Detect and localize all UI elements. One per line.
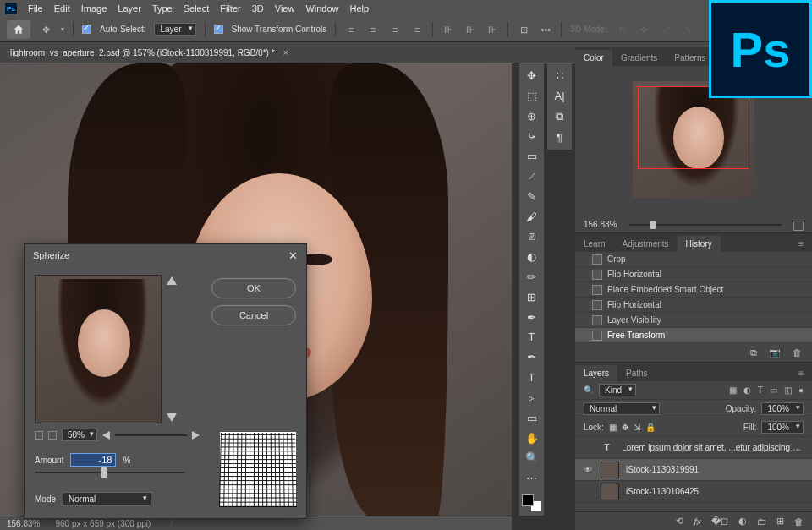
menu-3d[interactable]: 3D <box>252 3 264 14</box>
tab-adjustments[interactable]: Adjustments <box>614 236 678 252</box>
auto-select-checkbox[interactable] <box>82 25 91 34</box>
align-left-icon[interactable]: ≡ <box>344 23 358 36</box>
filter-adjustment-icon[interactable]: ◐ <box>743 385 751 395</box>
scroll-up-icon[interactable] <box>167 276 177 285</box>
home-button[interactable] <box>7 20 30 39</box>
filter-type-icon[interactable]: T <box>758 385 763 395</box>
tab-learn[interactable]: Learn <box>575 236 614 252</box>
frame-tool[interactable]: ⟋ <box>522 167 542 185</box>
dialog-titlebar[interactable]: Spherize ✕ <box>25 244 306 266</box>
lock-pixels-icon[interactable]: ▦ <box>609 423 617 432</box>
lasso-tool[interactable]: ⊕ <box>522 107 542 125</box>
navigator-zoom-in-icon[interactable] <box>793 221 804 231</box>
menu-edit[interactable]: Edit <box>54 3 70 14</box>
status-dimensions[interactable]: 960 px x 659 px (300 ppi) <box>55 519 151 528</box>
more-align-icon[interactable]: ••• <box>539 23 552 36</box>
history-item[interactable]: Crop <box>575 252 812 267</box>
fill-dropdown[interactable]: 100% <box>761 421 804 434</box>
filter-kind-icon[interactable]: 🔍 <box>584 385 594 395</box>
menu-help[interactable]: Help <box>350 3 370 14</box>
type-tool[interactable]: T <box>522 369 542 386</box>
menu-view[interactable]: View <box>275 3 295 14</box>
link-layers-icon[interactable]: ⟲ <box>676 516 683 527</box>
filter-pixel-icon[interactable]: ▦ <box>729 385 737 395</box>
clone-stamp-tool[interactable]: ◐ <box>522 248 542 265</box>
history-item[interactable]: Flip Horizontal <box>575 298 812 313</box>
tab-color[interactable]: Color <box>575 50 612 66</box>
blend-mode-dropdown[interactable]: Normal <box>584 402 660 415</box>
eraser-tool[interactable]: ⊞ <box>522 288 542 306</box>
lock-nesting-icon[interactable]: ⇲ <box>634 423 640 432</box>
paragraph-panel-icon[interactable]: ¶ <box>550 128 570 146</box>
menu-layer[interactable]: Layer <box>118 3 141 14</box>
chevron-right-icon[interactable]: 〉 <box>169 517 178 529</box>
status-zoom[interactable]: 156.83% <box>7 519 40 528</box>
navigator-zoom-value[interactable]: 156.83% <box>584 220 617 229</box>
pen-tool[interactable]: ✒ <box>522 348 542 366</box>
tab-history[interactable]: History <box>678 236 721 252</box>
filter-smart-icon[interactable]: ◫ <box>784 385 792 395</box>
new-layer-icon[interactable]: ⊞ <box>776 516 784 527</box>
gradient-tool[interactable]: ✒ <box>522 309 542 326</box>
lock-all-icon[interactable]: 🔒 <box>645 423 656 432</box>
align-right-icon[interactable]: ≡ <box>388 23 402 36</box>
distribute-center-icon[interactable]: ⊪ <box>464 23 477 36</box>
panel-menu-icon[interactable]: ≡ <box>790 365 812 381</box>
history-item[interactable]: Free Transform <box>575 328 812 343</box>
path-select-tool[interactable]: ▹ <box>522 389 542 407</box>
blur-tool[interactable]: T <box>522 329 542 347</box>
amount-input[interactable] <box>70 453 116 467</box>
trash-icon[interactable]: 🗑 <box>793 347 802 358</box>
layer-filter-dropdown[interactable]: Kind <box>599 384 636 396</box>
libraries-panel-icon[interactable]: ⧉ <box>550 108 570 126</box>
scroll-down-icon[interactable] <box>167 413 177 422</box>
tab-paths[interactable]: Paths <box>617 365 656 381</box>
snapshot-icon[interactable]: 📷 <box>769 347 781 358</box>
menu-type[interactable]: Type <box>152 3 173 14</box>
close-tab-icon[interactable]: × <box>283 47 288 57</box>
history-brush-tool[interactable]: ✏ <box>522 268 542 286</box>
ok-button[interactable]: OK <box>211 278 296 298</box>
opacity-dropdown[interactable]: 100% <box>761 402 804 415</box>
menu-select[interactable]: Select <box>184 3 210 14</box>
adjustment-layer-icon[interactable]: ◐ <box>738 516 747 527</box>
visibility-toggle[interactable]: 👁 <box>582 465 594 474</box>
move-tool[interactable]: ✥ <box>522 67 542 85</box>
filter-shape-icon[interactable]: ▭ <box>770 385 777 395</box>
history-item[interactable]: Layer Visibility <box>575 313 812 328</box>
amount-slider[interactable] <box>35 472 185 473</box>
tab-layers[interactable]: Layers <box>575 365 617 381</box>
dialog-preview[interactable] <box>35 275 162 423</box>
zoom-out-icon[interactable] <box>35 431 43 440</box>
navigator-zoom-slider[interactable] <box>629 224 782 226</box>
scroll-right-icon[interactable] <box>192 431 200 440</box>
navigator-thumbnail[interactable] <box>633 81 754 198</box>
preview-h-scroll[interactable] <box>115 434 187 436</box>
filter-toggle-icon[interactable]: ● <box>798 385 804 395</box>
auto-select-target-dropdown[interactable]: Layer <box>154 23 195 36</box>
group-layers-icon[interactable]: 🗀 <box>757 516 766 527</box>
distribute-spacing-icon[interactable]: ⊞ <box>517 23 530 36</box>
zoom-fit-icon[interactable] <box>48 431 57 440</box>
character-panel-icon[interactable]: A| <box>550 87 570 105</box>
tab-gradients[interactable]: Gradients <box>612 50 666 66</box>
marquee-tool[interactable]: ⬚ <box>522 87 542 105</box>
layer-style-icon[interactable]: fx <box>694 516 701 527</box>
distribute-v-icon[interactable]: ⊪ <box>486 23 499 36</box>
preview-zoom-dropdown[interactable]: 50% <box>62 429 97 441</box>
history-item[interactable]: Flip Horizontal <box>575 267 812 282</box>
layer-item[interactable]: 👁 iStock-1130319991 <box>575 459 812 481</box>
color-swatches[interactable] <box>522 494 542 512</box>
healing-brush-tool[interactable]: 🖌 <box>522 208 542 226</box>
scroll-left-icon[interactable] <box>102 431 110 440</box>
align-center-h-icon[interactable]: ≡ <box>366 23 380 36</box>
history-item[interactable]: Place Embedded Smart Object <box>575 282 812 298</box>
menu-image[interactable]: Image <box>81 3 107 14</box>
layer-mask-icon[interactable]: �◻ <box>711 516 728 527</box>
menu-window[interactable]: Window <box>305 3 338 14</box>
tab-patterns[interactable]: Patterns <box>666 50 714 66</box>
shape-tool[interactable]: ▭ <box>522 409 542 427</box>
menu-filter[interactable]: Filter <box>220 3 240 14</box>
lock-position-icon[interactable]: ✥ <box>622 423 628 432</box>
delete-layer-icon[interactable]: 🗑 <box>794 516 804 527</box>
